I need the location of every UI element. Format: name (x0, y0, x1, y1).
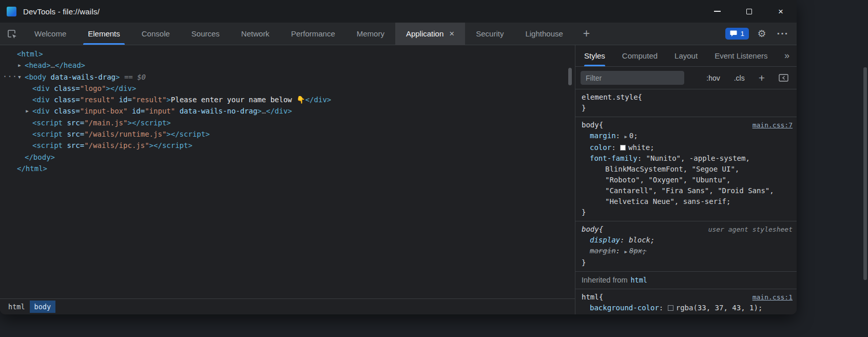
css-selector[interactable]: html (582, 292, 599, 303)
pseudo-state-toggle[interactable]: :hov (706, 74, 720, 82)
code-token-tag: </div> (266, 107, 292, 115)
background-window-scrollbar (863, 67, 867, 280)
tab-security[interactable]: Security (465, 23, 514, 45)
css-selector[interactable]: element.style (582, 92, 638, 103)
code-token-punc: = (141, 107, 145, 115)
elements-panel: <html>▶<head>…</head>···▼<body data-wail… (0, 45, 575, 314)
code-token-tag: <script (32, 119, 63, 127)
tab-label: Security (476, 29, 504, 38)
expand-shorthand-icon[interactable]: ▶ (624, 134, 627, 139)
breadcrumb-item-body[interactable]: body (30, 301, 56, 313)
tab-welcome[interactable]: Welcome (24, 23, 77, 45)
maximize-button[interactable] (733, 0, 765, 23)
window-titlebar[interactable]: DevTools - file://wails/ × (0, 0, 797, 23)
css-open-brace: { (638, 92, 642, 103)
collapse-node-icon[interactable]: ▼ (16, 71, 23, 83)
dom-tree-node[interactable]: </body> (0, 152, 575, 163)
inherited-element-link[interactable]: html (630, 276, 647, 284)
styles-filter-bar: :hov .cls + (575, 67, 797, 89)
styles-tab-event-listeners[interactable]: Event Listeners (715, 45, 767, 66)
color-swatch[interactable] (620, 145, 626, 151)
devtools-main: <html>▶<head>…</head>···▼<body data-wail… (0, 45, 797, 314)
more-tabs-chevron-icon[interactable]: » (784, 50, 789, 61)
expand-node-icon[interactable]: ▶ (24, 105, 31, 117)
more-tools-button[interactable]: + (574, 23, 599, 45)
css-semicolon: ; (758, 304, 762, 312)
new-style-rule-button[interactable]: + (759, 72, 765, 84)
devtools-app-icon (7, 7, 16, 16)
css-property-name: color (590, 143, 611, 152)
styles-tab-styles[interactable]: Styles (584, 45, 605, 66)
dom-tree-node[interactable]: <html> (0, 48, 575, 60)
issues-badge[interactable]: 1 (725, 28, 749, 40)
css-selector[interactable]: body (582, 224, 599, 235)
maximize-icon (746, 9, 752, 14)
close-tab-icon[interactable]: × (449, 29, 454, 39)
css-semicolon: ; (650, 143, 654, 152)
close-button[interactable]: × (765, 0, 797, 23)
code-token-val: "/wails/runtime.js" (84, 130, 166, 138)
tab-label: Lighthouse (525, 29, 563, 38)
tab-sources[interactable]: Sources (181, 23, 230, 45)
tab-elements[interactable]: Elements (77, 23, 131, 45)
devtools-window: DevTools - file://wails/ × WelcomeElemen… (0, 0, 797, 314)
dom-tree: <html>▶<head>…</head>···▼<body data-wail… (0, 45, 575, 174)
css-declaration[interactable]: color: white; (582, 142, 781, 153)
issues-count: 1 (740, 30, 744, 38)
toggle-sidebar-icon[interactable] (779, 74, 788, 82)
breadcrumb-item-html[interactable]: html (4, 301, 30, 313)
tab-label: Welcome (34, 29, 66, 38)
inspect-element-button[interactable] (0, 23, 24, 45)
css-declaration[interactable]: font-family: "Nunito", -apple-system, Bl… (582, 153, 781, 207)
tab-application[interactable]: Application× (395, 23, 465, 45)
css-declaration[interactable]: margin: ▶0; (582, 130, 781, 142)
code-token-tag: </div> (305, 96, 332, 104)
styles-tab-computed[interactable]: Computed (622, 45, 658, 66)
minimize-button[interactable] (701, 0, 733, 23)
element-breadcrumb: htmlbody (0, 298, 575, 314)
css-rule: html {main.css:1background-color: rgba(3… (575, 289, 797, 314)
tab-memory[interactable]: Memory (346, 23, 395, 45)
code-token-punc: = (80, 130, 84, 138)
dom-tree-node[interactable]: <div class="logo"></div> (0, 83, 575, 94)
css-colon: : (616, 247, 625, 255)
styles-filter-input[interactable] (581, 71, 684, 85)
tab-console[interactable]: Console (131, 23, 181, 45)
css-declaration[interactable]: background-color: rgba(33, 37, 43, 1); (582, 303, 781, 313)
css-declaration[interactable]: display: block; (582, 235, 781, 246)
element-class-toggle[interactable]: .cls (734, 74, 745, 82)
inherited-from-label: Inherited from (582, 276, 627, 284)
dom-tree-node[interactable]: <div class="result" id="result">Please e… (0, 94, 575, 105)
dom-tree-node[interactable]: <script src="/main.js"></script> (0, 117, 575, 128)
css-selector[interactable]: body (582, 120, 599, 130)
code-token-tag: ></script> (166, 130, 209, 138)
color-swatch[interactable] (668, 305, 673, 311)
css-property-name: display (590, 236, 620, 244)
dom-tree-node[interactable]: ···▼<body data-wails-drag> == $0 (0, 71, 575, 83)
expand-node-icon[interactable]: ▶ (16, 60, 23, 71)
tab-lighthouse[interactable]: Lighthouse (514, 23, 573, 45)
dom-tree-node[interactable]: ▶<div class="input-box" id="input" data-… (0, 105, 575, 117)
dom-tree-node[interactable]: </html> (0, 163, 575, 174)
dom-tree-node[interactable]: <script src="/wails/runtime.js"></script… (0, 128, 575, 140)
css-declaration[interactable]: margin: ▶8px; (582, 246, 781, 257)
settings-button[interactable]: ⚙ (754, 26, 770, 42)
code-token-tag: ></script> (149, 141, 192, 149)
expand-shorthand-icon[interactable]: ▶ (624, 249, 627, 254)
more-options-button[interactable]: ··· (775, 26, 791, 42)
node-options-icon[interactable]: ··· (3, 71, 17, 82)
stylesheet-source-link[interactable]: main.css:7 (747, 120, 793, 130)
elements-scrollbar[interactable] (568, 68, 572, 85)
code-token-tag: <div (32, 84, 50, 92)
toolbar-right: 1 ⚙ ··· (725, 23, 797, 45)
code-token-tag: <script (32, 130, 63, 138)
dom-tree-node[interactable]: ▶<head>…</head> (0, 60, 575, 71)
code-token-punc: = (80, 141, 84, 149)
tab-performance[interactable]: Performance (280, 23, 346, 45)
code-token-tag: <body (25, 73, 46, 81)
tab-network[interactable]: Network (230, 23, 280, 45)
dom-tree-node[interactable]: <script src="/wails/ipc.js"></script> (0, 140, 575, 151)
stylesheet-source-link[interactable]: main.css:1 (747, 292, 793, 303)
styles-tab-layout[interactable]: Layout (674, 45, 698, 66)
css-colon: : (611, 143, 620, 152)
